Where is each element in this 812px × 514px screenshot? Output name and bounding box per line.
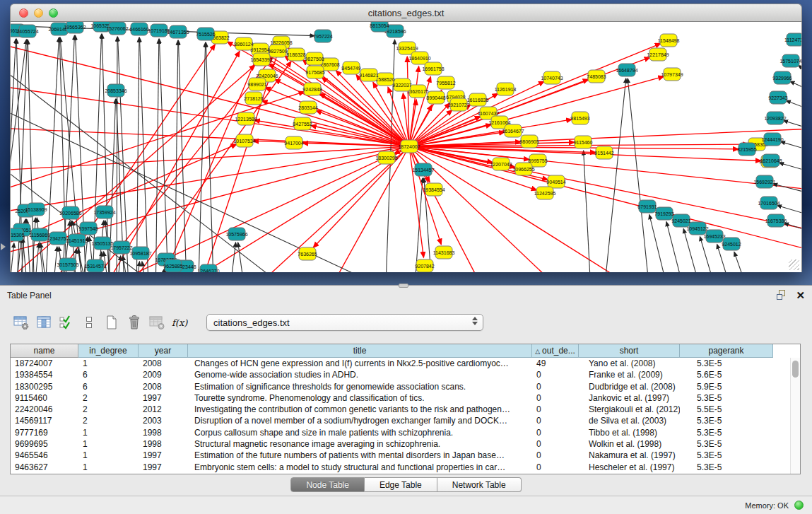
selected-edge[interactable] bbox=[152, 146, 409, 272]
network-node[interactable]: 11451913 bbox=[66, 234, 88, 247]
network-node[interactable]: 9207842 bbox=[415, 259, 434, 272]
network-node[interactable]: 11156869 bbox=[29, 228, 50, 241]
edge[interactable] bbox=[159, 268, 165, 272]
network-node[interactable]: 16164677 bbox=[502, 124, 524, 137]
selected-edge[interactable] bbox=[409, 146, 802, 255]
edge[interactable] bbox=[649, 215, 671, 272]
tab-edge-table[interactable]: Edge Table bbox=[365, 477, 437, 492]
network-node[interactable]: 8454749 bbox=[341, 62, 360, 74]
network-node[interactable]: 20206586 bbox=[59, 206, 81, 219]
edge[interactable] bbox=[584, 151, 592, 272]
network-node[interactable]: 11242595 bbox=[534, 187, 556, 199]
network-node[interactable]: 9625885 bbox=[163, 259, 182, 272]
network-node[interactable]: 9827509 bbox=[268, 45, 287, 57]
delete-icon[interactable] bbox=[123, 312, 146, 333]
edge[interactable] bbox=[779, 163, 802, 177]
zoom-window-button[interactable] bbox=[49, 8, 58, 18]
network-node[interactable]: 8215955 bbox=[737, 143, 756, 156]
network-node[interactable]: 15138909 bbox=[25, 203, 47, 216]
network-node[interactable]: 9315305 bbox=[11, 228, 25, 241]
network-node[interactable]: 7485083 bbox=[587, 70, 606, 83]
network-node[interactable]: 11124735 bbox=[784, 33, 802, 46]
network-node[interactable]: 30157505 bbox=[57, 258, 78, 271]
row-select-icon[interactable] bbox=[55, 312, 78, 333]
edge[interactable] bbox=[798, 65, 802, 86]
network-node[interactable]: 8860124 bbox=[234, 37, 253, 50]
network-node[interactable]: 15134457 bbox=[412, 163, 434, 176]
network-node[interactable]: 2718120 bbox=[244, 92, 263, 105]
table-row[interactable]: 977716911998Corpus callosum shape and si… bbox=[11, 427, 800, 438]
network-node[interactable]: 10958187 bbox=[129, 247, 151, 259]
network-node[interactable]: 9115460 bbox=[574, 136, 593, 148]
rows-icon[interactable] bbox=[78, 312, 100, 333]
edge[interactable] bbox=[734, 252, 753, 272]
network-node[interactable]: 10797349 bbox=[661, 68, 683, 81]
table-row[interactable]: 946554611997Estimation of the future num… bbox=[11, 450, 800, 461]
network-node[interactable]: 12444190 bbox=[761, 133, 783, 146]
new-document-icon[interactable] bbox=[100, 312, 123, 333]
table-row[interactable]: 1872400712008Changes of HCN gene express… bbox=[11, 358, 800, 369]
selected-edge[interactable] bbox=[237, 146, 409, 272]
network-node[interactable]: 9815493 bbox=[570, 112, 589, 124]
network-node[interactable]: 12093822 bbox=[764, 112, 786, 124]
network-node[interactable]: 11431683 bbox=[433, 246, 455, 259]
network-node[interactable]: 7636265 bbox=[298, 247, 317, 260]
network-node[interactable]: 11675386 bbox=[765, 214, 787, 227]
network-node[interactable]: 14671355 bbox=[167, 25, 189, 38]
edge[interactable] bbox=[159, 39, 169, 272]
network-node[interactable]: 9049514 bbox=[546, 175, 565, 188]
edge[interactable] bbox=[666, 222, 688, 272]
network-node[interactable]: 9417004 bbox=[284, 136, 303, 149]
network-node[interactable]: 7955812 bbox=[436, 76, 455, 89]
network-node[interactable]: 9245021 bbox=[671, 214, 690, 227]
network-node[interactable]: 10575966 bbox=[225, 228, 247, 240]
network-node[interactable]: 19565362 bbox=[64, 22, 86, 33]
column-header-indegree[interactable]: in_degree bbox=[78, 344, 139, 358]
network-node[interactable]: 8427552 bbox=[293, 117, 312, 130]
tab-node-table[interactable]: Node Table bbox=[290, 477, 365, 492]
network-node[interactable]: 24055724 bbox=[16, 25, 38, 37]
edge[interactable] bbox=[92, 34, 102, 272]
edge[interactable] bbox=[683, 229, 705, 272]
table-row[interactable]: 911546021997Tourette syndrome. Phenomeno… bbox=[11, 392, 800, 404]
network-node[interactable]: 7515526 bbox=[196, 28, 215, 40]
edge[interactable] bbox=[52, 247, 57, 272]
network-node[interactable]: 8990448 bbox=[426, 91, 445, 104]
network-node[interactable]: 8813054 bbox=[370, 22, 389, 32]
network-node[interactable]: 12646370 bbox=[197, 264, 219, 272]
column-header-short[interactable]: short bbox=[579, 344, 680, 358]
network-node[interactable]: 16116835 bbox=[467, 93, 489, 106]
edge[interactable] bbox=[118, 37, 129, 272]
network-node[interactable]: 16648794 bbox=[616, 64, 637, 76]
network-node[interactable]: 12217849 bbox=[647, 48, 669, 61]
network-node[interactable]: 9175685 bbox=[305, 66, 324, 78]
network-node[interactable]: 10966255 bbox=[512, 163, 534, 175]
window-titlebar[interactable]: citations_edges.txt bbox=[10, 4, 802, 22]
table-row[interactable]: 969969511998Structural magnetic resonanc… bbox=[11, 438, 800, 450]
table-row[interactable]: 946362711997Embryonic stem cells: a mode… bbox=[11, 462, 800, 473]
network-node[interactable]: 16543392 bbox=[250, 53, 272, 66]
network-node[interactable]: 12213589 bbox=[235, 112, 257, 125]
edge[interactable] bbox=[175, 40, 178, 272]
network-node[interactable]: 9322037 bbox=[392, 78, 411, 91]
network-node[interactable]: 2803144 bbox=[298, 101, 317, 114]
network-node[interactable]: 10107534 bbox=[233, 134, 255, 147]
network-node[interactable]: 15692921 bbox=[753, 175, 775, 188]
network-node[interactable]: 6466160 bbox=[129, 23, 148, 35]
tab-network-table[interactable]: Network Table bbox=[437, 477, 522, 492]
table-settings-icon[interactable] bbox=[10, 312, 33, 333]
network-node[interactable]: 20853346 bbox=[105, 84, 126, 97]
network-node[interactable]: 18724007 bbox=[398, 140, 420, 153]
network-node[interactable]: 9397548 bbox=[78, 222, 98, 235]
network-node[interactable]: 17359924 bbox=[93, 206, 115, 218]
edge[interactable] bbox=[628, 78, 651, 272]
minimize-window-button[interactable] bbox=[34, 8, 43, 18]
edge[interactable] bbox=[102, 34, 110, 272]
table-scrollbar-thumb[interactable] bbox=[792, 361, 799, 378]
selected-edge[interactable] bbox=[322, 146, 409, 272]
column-header-name[interactable]: name bbox=[11, 344, 78, 358]
network-node[interactable]: 9245012 bbox=[722, 238, 741, 250]
column-header-outde[interactable]: △out_de... bbox=[532, 344, 579, 358]
network-node[interactable]: 12207043 bbox=[490, 158, 512, 170]
network-node[interactable]: 9899021 bbox=[247, 78, 266, 90]
